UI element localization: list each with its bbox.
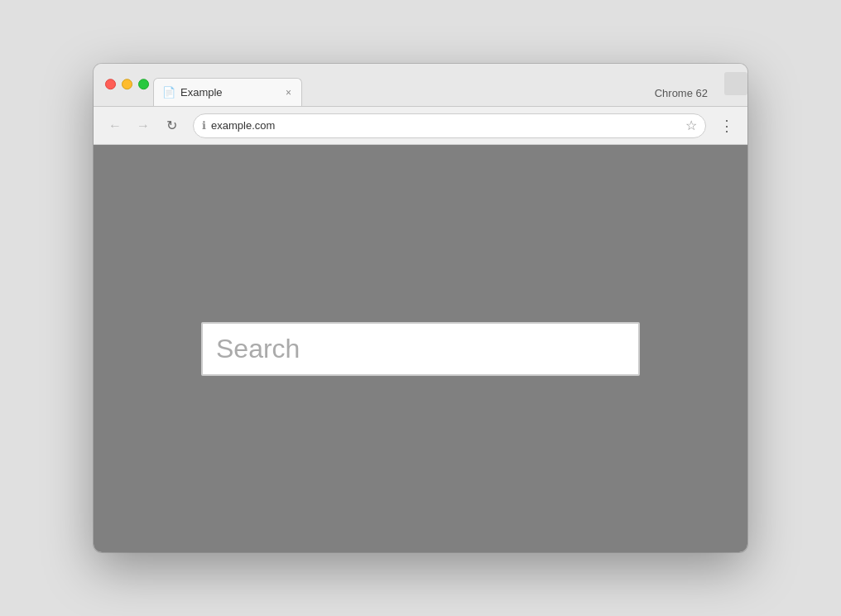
traffic-lights <box>105 79 149 89</box>
back-button[interactable]: ← <box>103 114 127 137</box>
address-bar[interactable]: ℹ example.com ☆ <box>193 113 706 138</box>
chrome-version-label: Chrome 62 <box>655 87 708 99</box>
maximize-button[interactable] <box>138 79 149 89</box>
menu-dots-icon: ⋮ <box>719 118 734 134</box>
tab-close-icon[interactable]: × <box>284 85 293 100</box>
page-content <box>94 145 747 552</box>
forward-button[interactable]: → <box>132 114 155 137</box>
title-bar: 📄 Example × Chrome 62 <box>94 64 747 107</box>
reload-icon: ↻ <box>166 118 177 133</box>
browser-window: 📄 Example × Chrome 62 ← → ↻ ℹ example.co… <box>94 64 747 552</box>
toolbar: ← → ↻ ℹ example.com ☆ ⋮ <box>94 107 747 145</box>
info-icon: ℹ <box>202 119 206 132</box>
active-tab[interactable]: 📄 Example × <box>153 78 302 106</box>
close-button[interactable] <box>105 79 116 89</box>
search-input[interactable] <box>201 322 640 376</box>
tab-favicon-icon: 📄 <box>162 86 175 99</box>
url-text: example.com <box>211 119 680 132</box>
tab-area: 📄 Example × <box>153 78 655 106</box>
forward-icon: → <box>137 118 150 133</box>
minimize-button[interactable] <box>122 79 132 89</box>
back-icon: ← <box>108 118 122 133</box>
new-tab-button[interactable] <box>724 72 747 95</box>
chrome-menu-button[interactable]: ⋮ <box>716 113 738 138</box>
search-input-wrapper <box>201 322 640 376</box>
tab-title: Example <box>180 86 279 99</box>
reload-button[interactable]: ↻ <box>160 114 183 137</box>
bookmark-star-icon[interactable]: ☆ <box>685 118 697 133</box>
